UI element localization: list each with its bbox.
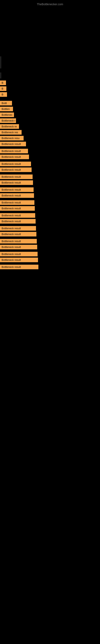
- bottleneck-item-26: Bottleneck result: [0, 239, 37, 244]
- bottleneck-item-18: Bottleneck result: [0, 187, 34, 192]
- bottleneck-item-8: Bottleneck re: [0, 124, 19, 129]
- bottleneck-item-27: Bottleneck result: [0, 245, 37, 249]
- bottleneck-item-29: Bottleneck result: [0, 258, 38, 262]
- bottleneck-item-9: Bottleneck res: [0, 130, 22, 135]
- bottleneck-item-20: Bottleneck result: [0, 200, 34, 205]
- bottleneck-item-1: B: [0, 80, 6, 85]
- bottleneck-item-28: Bottleneck result: [0, 252, 38, 256]
- bottleneck-item-23: Bottleneck result: [0, 219, 36, 224]
- vertical-line-1: [0, 56, 1, 68]
- bottleneck-item-19: Bottleneck result: [0, 193, 34, 198]
- bottleneck-item-15: Bottleneck result: [0, 168, 32, 172]
- vertical-line-2: [0, 72, 1, 78]
- bottleneck-item-24: Bottleneck result: [0, 226, 36, 231]
- bottleneck-item-5: Bottlen: [0, 107, 13, 111]
- bottleneck-item-13: Bottleneck result: [0, 154, 29, 159]
- bottleneck-item-6: Bottlenec: [0, 112, 14, 117]
- bottleneck-item-7: Bottleneck r: [0, 118, 16, 123]
- site-title: TheBottlenecker.com: [0, 1, 100, 8]
- bottleneck-item-22: Bottleneck result: [0, 213, 35, 218]
- bottleneck-item-14: Bottleneck result: [0, 162, 31, 166]
- bottleneck-item-12: Bottleneck result: [0, 149, 28, 153]
- bottleneck-item-25: Bottleneck result: [0, 232, 36, 236]
- bottleneck-item-21: Bottleneck result: [0, 206, 35, 211]
- bottleneck-item-10: Bottleneck resu: [0, 136, 24, 140]
- bottleneck-item-17: Bottleneck result: [0, 180, 33, 185]
- bottleneck-item-2: B: [0, 86, 6, 91]
- bottleneck-item-4: Bottl: [0, 101, 12, 106]
- bottleneck-item-11: Bottleneck result: [0, 142, 26, 146]
- bottleneck-list: BBBBottlBottlenBottlenecBottleneck rBott…: [0, 80, 100, 270]
- bottleneck-item-3: B: [0, 92, 7, 97]
- bottleneck-item-16: Bottleneck result: [0, 174, 33, 179]
- bottleneck-item-30: Bottleneck result: [0, 265, 38, 269]
